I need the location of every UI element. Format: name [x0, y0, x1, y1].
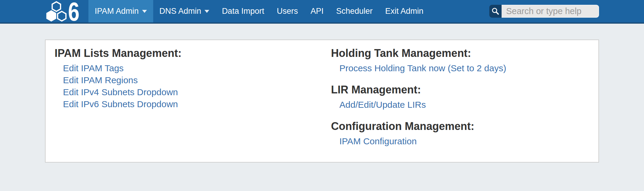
section-heading: LIR Management: [331, 84, 598, 95]
panel-link[interactable]: Edit IPv4 Subnets Dropdown [63, 86, 178, 98]
nav-item: API [304, 0, 330, 22]
section-heading: Configuration Management: [331, 121, 598, 132]
nav-item-label: Data Import [222, 7, 264, 16]
panel-column-right: Holding Tank Management: Process Holding… [322, 48, 598, 162]
nav-item: Data Import [216, 0, 270, 22]
panel-link[interactable]: Edit IPAM Tags [63, 62, 124, 74]
panel-link[interactable]: Edit IPv6 Subnets Dropdown [63, 98, 178, 110]
nav-item-label: Exit Admin [385, 7, 424, 16]
nav-menu: IPAM Admin DNS Admin Data Import Users A… [88, 0, 430, 22]
nav-item-label: Users [277, 7, 298, 16]
management-section: LIR Management: Add/Edit/Update LIRs [331, 84, 598, 111]
logo-6connect[interactable]: 6 [45, 1, 79, 22]
hexagons-logo-icon: 6 [45, 1, 79, 22]
nav-item: Users [270, 0, 304, 22]
nav-item-users[interactable]: Users [270, 0, 304, 22]
search-widget [489, 5, 599, 18]
navbar-inner: 6 IPAM Admin DNS Admin Data Import Users… [45, 0, 599, 22]
caret-down-icon [142, 10, 147, 13]
nav-item-label: IPAM Admin [95, 7, 139, 16]
management-section: Configuration Management: IPAM Configura… [331, 121, 598, 147]
search-icon [491, 7, 499, 15]
section-heading: IPAM Lists Management: [55, 48, 322, 59]
management-section: Holding Tank Management: Process Holding… [331, 48, 598, 74]
management-section: IPAM Lists Management: Edit IPAM TagsEdi… [55, 48, 322, 110]
panel-link[interactable]: Add/Edit/Update LIRs [339, 99, 426, 111]
panel-link[interactable]: Process Holding Tank now (Set to 2 days) [339, 62, 506, 74]
admin-panel: IPAM Lists Management: Edit IPAM TagsEdi… [45, 40, 599, 163]
section-links: Add/Edit/Update LIRs [331, 99, 598, 111]
panel-link[interactable]: IPAM Configuration [339, 135, 417, 147]
nav-item-label: DNS Admin [160, 7, 201, 16]
nav-item-ipam-admin[interactable]: IPAM Admin [88, 0, 153, 22]
nav-item: Exit Admin [379, 0, 430, 22]
logo-digit: 6 [68, 1, 79, 22]
panel-column-left: IPAM Lists Management: Edit IPAM TagsEdi… [46, 48, 322, 162]
nav-item-api[interactable]: API [304, 0, 330, 22]
top-navbar: 6 IPAM Admin DNS Admin Data Import Users… [0, 0, 644, 24]
nav-item: IPAM Admin [88, 0, 153, 22]
panel-link[interactable]: Edit IPAM Regions [63, 74, 138, 86]
nav-item-data-import[interactable]: Data Import [216, 0, 270, 22]
nav-item: Scheduler [330, 0, 379, 22]
section-links: IPAM Configuration [331, 135, 598, 147]
main-content: IPAM Lists Management: Edit IPAM TagsEdi… [45, 40, 599, 163]
nav-item-dns-admin[interactable]: DNS Admin [153, 0, 216, 22]
section-heading: Holding Tank Management: [331, 48, 598, 59]
nav-item-scheduler[interactable]: Scheduler [330, 0, 379, 22]
section-links: Edit IPAM TagsEdit IPAM RegionsEdit IPv4… [55, 62, 322, 110]
nav-item: DNS Admin [153, 0, 216, 22]
section-links: Process Holding Tank now (Set to 2 days) [331, 62, 598, 74]
search-input[interactable] [502, 5, 599, 18]
nav-item-exit-admin[interactable]: Exit Admin [379, 0, 430, 22]
caret-down-icon [204, 10, 209, 13]
search-addon [489, 5, 502, 18]
nav-item-label: Scheduler [336, 7, 373, 16]
nav-item-label: API [311, 7, 324, 16]
